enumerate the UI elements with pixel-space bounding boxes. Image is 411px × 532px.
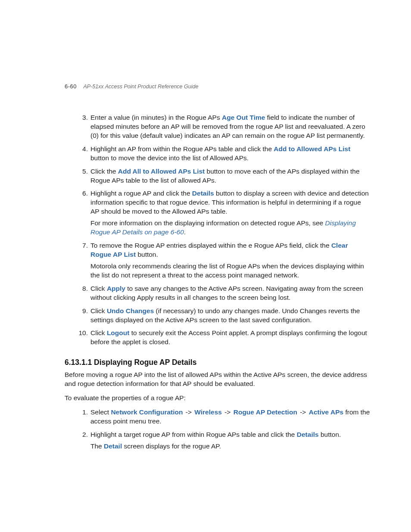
step-text: Click Undo Changes (if necessary) to und… xyxy=(90,307,370,325)
ui-label-reference: Add to Allowed APs List xyxy=(274,145,350,152)
list-item: 8.Click Apply to save any changes to the… xyxy=(78,284,370,302)
body-text-run: Highlight a target rogue AP from within … xyxy=(90,431,297,438)
ui-label-reference: Logout xyxy=(107,329,130,336)
body-text-run: For more information on the displaying i… xyxy=(90,219,325,227)
body-text-run: screen displays for the rogue AP. xyxy=(122,442,221,450)
body-text-run: -> xyxy=(223,408,233,416)
step-subparagraph: Motorola only recommends clearing the li… xyxy=(90,262,370,280)
body-text-run: The xyxy=(90,442,104,450)
step-text: Click the Add All to Allowed APs List bu… xyxy=(90,167,370,185)
page-number: 6-60 xyxy=(65,83,77,90)
ui-label-reference: Rogue AP Detection xyxy=(234,408,297,416)
ui-label-reference: Active APs xyxy=(309,408,343,416)
body-text-run: Highlight a rogue AP and click the xyxy=(90,190,192,197)
step-subparagraph: For more information on the displaying i… xyxy=(90,219,370,237)
step-number: 7. xyxy=(78,241,88,250)
step-subparagraph: The Detail screen displays for the rogue… xyxy=(90,442,370,451)
step-number: 10. xyxy=(78,329,88,338)
ui-label-reference: Detail xyxy=(104,442,122,450)
procedure-steps-a: 3.Enter a value (in minutes) in the Rogu… xyxy=(78,113,370,347)
step-text: Enter a value (in minutes) in the Rogue … xyxy=(90,113,370,140)
body-text-run: Select xyxy=(90,408,111,416)
ui-label-reference: Details xyxy=(297,431,319,438)
body-text-run: To remove the Rogue AP entries displayed… xyxy=(90,242,331,249)
body-text-run: to save any changes to the Active APs sc… xyxy=(90,285,363,301)
step-text: Select Network Configuration -> Wireless… xyxy=(90,408,370,426)
ui-label-reference: Age Out Time xyxy=(222,114,265,121)
section-heading: 6.13.1.1 Displaying Rogue AP Details xyxy=(65,358,370,367)
body-text-run: button. xyxy=(136,251,158,258)
body-text-run: to securely exit the Access Point applet… xyxy=(90,329,367,345)
list-item: 6.Highlight a rogue AP and click the Det… xyxy=(78,189,370,237)
body-text-run: button. xyxy=(319,431,341,438)
list-item: 1.Select Network Configuration -> Wirele… xyxy=(78,408,370,426)
step-text: Click Logout to securely exit the Access… xyxy=(90,329,370,347)
step-number: 4. xyxy=(78,145,88,154)
body-text-run: Enter a value (in minutes) in the Rogue … xyxy=(90,114,222,121)
body-text-run: Click xyxy=(90,285,107,292)
body-text-run: Highlight an AP from within the Rogue AP… xyxy=(90,145,274,152)
step-number: 9. xyxy=(78,307,88,316)
ui-label-reference: Apply xyxy=(107,285,125,292)
page-content: 3.Enter a value (in minutes) in the Rogu… xyxy=(65,113,370,451)
step-number: 5. xyxy=(78,167,88,176)
step-text: Highlight an AP from within the Rogue AP… xyxy=(90,145,370,163)
ui-label-reference: Details xyxy=(192,190,214,197)
step-number: 2. xyxy=(78,430,88,439)
list-item: 5.Click the Add All to Allowed APs List … xyxy=(78,167,370,185)
list-item: 2.Highlight a target rogue AP from withi… xyxy=(78,430,370,451)
body-text-run: Click xyxy=(90,329,107,336)
ui-label-reference: Wireless xyxy=(194,408,222,416)
ui-label-reference: Network Configuration xyxy=(111,408,183,416)
body-text-run: Click the xyxy=(90,168,118,175)
step-number: 8. xyxy=(78,284,88,293)
list-item: 7.To remove the Rogue AP entries display… xyxy=(78,241,370,280)
body-text-run: . xyxy=(184,228,186,236)
step-text: Highlight a rogue AP and click the Detai… xyxy=(90,189,370,216)
guide-title: AP-51xx Access Point Product Reference G… xyxy=(83,84,198,90)
body-text-run: Motorola only recommends clearing the li… xyxy=(90,262,364,279)
step-number: 6. xyxy=(78,189,88,198)
section-lead: To evaluate the properties of a rogue AP… xyxy=(65,394,370,403)
running-header: 6-60 AP-51xx Access Point Product Refere… xyxy=(65,83,198,90)
step-text: Click Apply to save any changes to the A… xyxy=(90,284,370,302)
list-item: 3.Enter a value (in minutes) in the Rogu… xyxy=(78,113,370,140)
procedure-steps-b: 1.Select Network Configuration -> Wirele… xyxy=(78,408,370,451)
list-item: 4.Highlight an AP from within the Rogue … xyxy=(78,145,370,163)
ui-label-reference: Undo Changes xyxy=(107,307,154,314)
body-text-run: -> xyxy=(184,408,193,416)
list-item: 9.Click Undo Changes (if necessary) to u… xyxy=(78,307,370,325)
body-text-run: -> xyxy=(298,408,308,416)
step-text: To remove the Rogue AP entries displayed… xyxy=(90,241,370,259)
body-text-run: button to move the device into the list … xyxy=(90,154,249,162)
step-number: 1. xyxy=(78,408,88,417)
step-text: Highlight a target rogue AP from within … xyxy=(90,430,370,439)
ui-label-reference: Add All to Allowed APs List xyxy=(118,168,205,175)
body-text-run: Click xyxy=(90,307,107,314)
section-intro: Before moving a rogue AP into the list o… xyxy=(65,370,370,389)
list-item: 10.Click Logout to securely exit the Acc… xyxy=(78,329,370,347)
step-number: 3. xyxy=(78,113,88,122)
